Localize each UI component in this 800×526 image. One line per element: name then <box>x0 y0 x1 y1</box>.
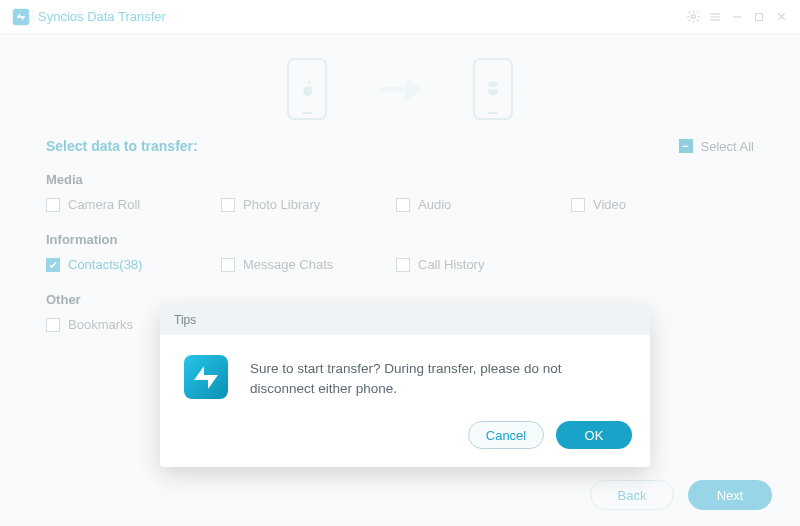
dialog-app-icon <box>182 353 230 401</box>
ok-button[interactable]: OK <box>556 421 632 449</box>
dialog-title: Tips <box>160 305 650 335</box>
dialog-message: Sure to start transfer? During transfer,… <box>250 353 628 400</box>
cancel-button[interactable]: Cancel <box>468 421 544 449</box>
tips-dialog: Tips Sure to start transfer? During tran… <box>160 305 650 467</box>
